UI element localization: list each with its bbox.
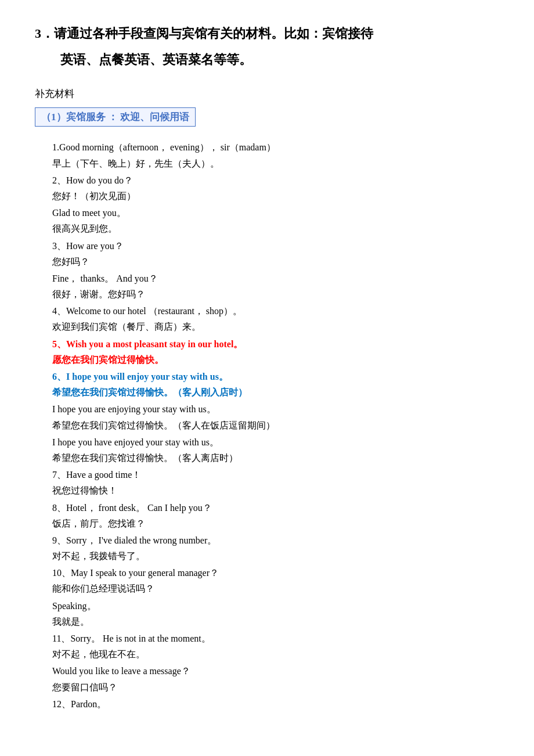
entry-11-en: 11、Sorry。 He is not in at the moment。 <box>52 631 499 646</box>
entry-3-en: 3、How are you？ <box>52 238 499 254</box>
entry-4-zh: 欢迎到我们宾馆（餐厅、商店）来。 <box>52 319 499 334</box>
entry-5: 5、Wish you a most pleasant stay in our h… <box>52 336 499 368</box>
entry-6c-en: I hope you have enjoyed your stay with u… <box>52 434 499 450</box>
entry-10b-zh: 我就是。 <box>52 614 499 629</box>
entry-2-zh: 您好！（初次见面） <box>52 188 499 204</box>
supplement-label: 补充材料 <box>35 87 499 100</box>
entry-4: 4、Welcome to our hotel （restaurant， shop… <box>52 303 499 334</box>
entry-1-zh: 早上（下午、晚上）好，先生（夫人）。 <box>52 156 499 171</box>
entry-5-zh: 愿您在我们宾馆过得愉快。 <box>52 352 499 368</box>
entry-2b: Glad to meet you。 很高兴见到您。 <box>52 205 499 236</box>
entry-7-en: 7、Have a good time！ <box>52 467 499 483</box>
entry-11: 11、Sorry。 He is not in at the moment。 对不… <box>52 631 499 662</box>
entry-7: 7、Have a good time！ 祝您过得愉快！ <box>52 467 499 498</box>
entry-9-en: 9、Sorry， I've dialed the wrong number。 <box>52 532 499 548</box>
entry-1: 1.Good morning（afternoon， evening）， sir（… <box>52 139 499 171</box>
entry-10: 10、May I speak to your general manager？ … <box>52 565 499 596</box>
entry-2b-en: Glad to meet you。 <box>52 205 499 221</box>
entry-3: 3、How are you？ 您好吗？ <box>52 238 499 269</box>
entry-11b-zh: 您要留口信吗？ <box>52 679 499 695</box>
entry-7-zh: 祝您过得愉快！ <box>52 483 499 498</box>
entry-3b-zh: 很好，谢谢。您好吗？ <box>52 286 499 302</box>
entry-6b-en: I hope you are enjoying your stay with u… <box>52 401 499 417</box>
entry-6c: I hope you have enjoyed your stay with u… <box>52 434 499 466</box>
entry-6-zh: 希望您在我们宾馆过得愉快。（客人刚入店时） <box>52 384 499 400</box>
entry-11b: Would you like to leave a message？ 您要留口信… <box>52 663 499 694</box>
entry-12-en: 12、Pardon。 <box>52 696 499 712</box>
entry-2b-zh: 很高兴见到您。 <box>52 221 499 236</box>
entry-6c-zh: 希望您在我们宾馆过得愉快。（客人离店时） <box>52 450 499 466</box>
entry-10b-en: Speaking。 <box>52 598 499 614</box>
entry-3b: Fine， thanks。 And you？ 很好，谢谢。您好吗？ <box>52 271 499 302</box>
entry-9: 9、Sorry， I've dialed the wrong number。 对… <box>52 532 499 564</box>
entry-5-en: 5、Wish you a most pleasant stay in our h… <box>52 336 499 352</box>
entry-6b: I hope you are enjoying your stay with u… <box>52 401 499 433</box>
entry-11-zh: 对不起，他现在不在。 <box>52 646 499 662</box>
entry-8-zh: 饭店，前厅。您找谁？ <box>52 516 499 531</box>
content-area: 1.Good morning（afternoon， evening）， sir（… <box>52 139 499 712</box>
entry-11b-en: Would you like to leave a message？ <box>52 663 499 679</box>
entry-10-en: 10、May I speak to your general manager？ <box>52 565 499 581</box>
entry-9-zh: 对不起，我拨错号了。 <box>52 548 499 564</box>
entry-6: 6、I hope you will enjoy your stay with u… <box>52 369 499 400</box>
section-title: 3．请通过各种手段查阅与宾馆有关的材料。比如：宾馆接待 英语、点餐英语、英语菜名… <box>35 23 499 70</box>
box-title: （1）宾馆服务 ： 欢迎、问候用语 <box>35 107 196 127</box>
entry-3-zh: 您好吗？ <box>52 254 499 269</box>
entry-10b: Speaking。 我就是。 <box>52 598 499 629</box>
entry-6b-zh: 希望您在我们宾馆过得愉快。（客人在饭店逗留期间） <box>52 417 499 433</box>
entry-8-en: 8、Hotel， front desk。 Can I help you？ <box>52 500 499 516</box>
entry-4-en: 4、Welcome to our hotel （restaurant， shop… <box>52 303 499 319</box>
entry-3b-en: Fine， thanks。 And you？ <box>52 271 499 286</box>
entry-1-en: 1.Good morning（afternoon， evening）， sir（… <box>52 139 499 155</box>
entry-12: 12、Pardon。 <box>52 696 499 712</box>
entry-6-en: 6、I hope you will enjoy your stay with u… <box>52 369 499 384</box>
entry-2-en: 2、How do you do？ <box>52 172 499 188</box>
entry-10-zh: 能和你们总经理说话吗？ <box>52 581 499 596</box>
entry-8: 8、Hotel， front desk。 Can I help you？ 饭店，… <box>52 500 499 531</box>
entry-2: 2、How do you do？ 您好！（初次见面） <box>52 172 499 204</box>
